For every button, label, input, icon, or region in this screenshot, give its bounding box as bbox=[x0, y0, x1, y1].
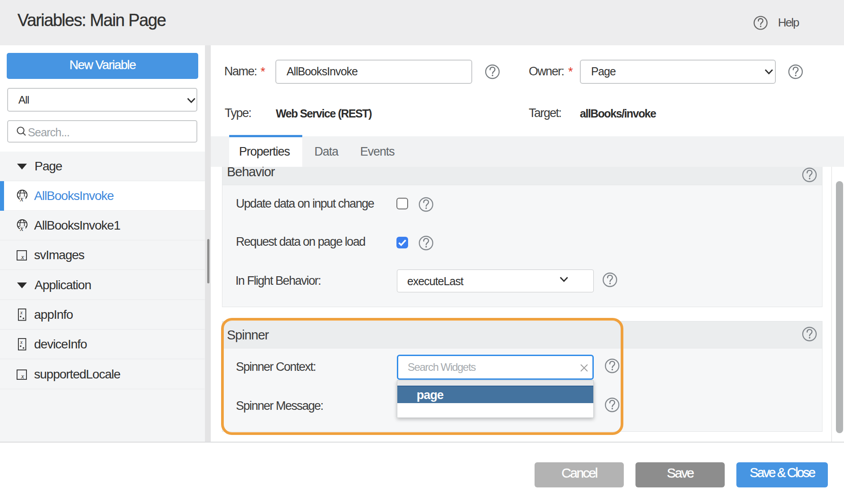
svg-text:x: x bbox=[20, 309, 23, 316]
svg-text:x: x bbox=[21, 373, 24, 380]
svg-text:x: x bbox=[20, 339, 23, 345]
svg-text:x: x bbox=[21, 253, 24, 261]
